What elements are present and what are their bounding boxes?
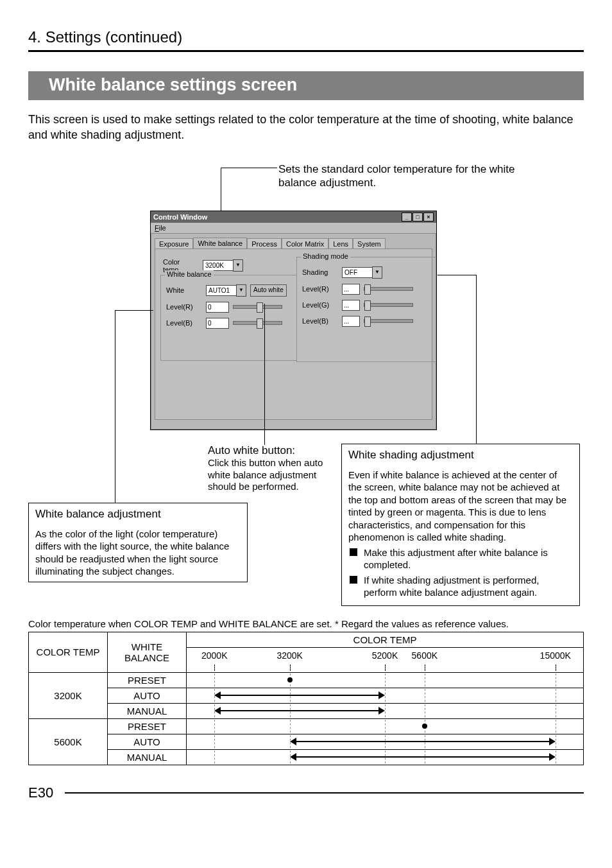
rail-5600-preset xyxy=(187,720,583,733)
dropdown-color-temp-value: 3200K xyxy=(203,260,234,271)
rail-5600-manual xyxy=(187,751,583,763)
intro-paragraph: This screen is used to make settings rel… xyxy=(28,112,584,143)
label-shading-level-r: Level(R) xyxy=(302,285,338,293)
chevron-down-icon[interactable]: ▼ xyxy=(233,259,243,272)
box-shading-body: Even if white balance is achieved at the… xyxy=(348,469,573,544)
window-title: Control Window xyxy=(153,213,207,221)
minimize-icon[interactable]: _ xyxy=(402,213,412,221)
tab-process[interactable]: Process xyxy=(247,238,282,249)
th-color-temp: COLOR TEMP xyxy=(29,632,108,672)
cell-wb: PRESET xyxy=(108,672,187,688)
footer-rule xyxy=(65,792,584,794)
section-banner: White balance settings screen xyxy=(28,71,584,100)
tab-color-matrix[interactable]: Color Matrix xyxy=(282,238,328,249)
dropdown-shading-value: OFF xyxy=(342,267,373,278)
input-shading-level-r[interactable]: ... xyxy=(342,284,360,295)
rail-3200-auto xyxy=(187,689,583,702)
cell-wb: MANUAL xyxy=(108,749,187,765)
tab-lens[interactable]: Lens xyxy=(328,238,353,249)
cell-wb: MANUAL xyxy=(108,703,187,718)
tab-system[interactable]: System xyxy=(353,238,386,249)
chevron-down-icon[interactable]: ▼ xyxy=(372,266,382,279)
fieldset-white-balance: White balance White AUTO1 ▼ Auto white L… xyxy=(160,275,297,361)
dropdown-white[interactable]: AUTO1 ▼ xyxy=(206,284,246,297)
callout-auto-white-title: Auto white button: xyxy=(208,444,343,457)
slider-level-r[interactable] xyxy=(233,305,282,309)
th-white-balance: WHITE BALANCE xyxy=(108,632,187,672)
cell-wb: PRESET xyxy=(108,718,187,734)
window-buttons[interactable]: _ □ × xyxy=(402,213,434,221)
heading-rule xyxy=(28,50,584,52)
tab-white-balance[interactable]: White balance xyxy=(193,238,247,248)
dropdown-shading[interactable]: OFF ▼ xyxy=(342,266,382,279)
input-level-r[interactable]: 0 xyxy=(206,302,229,313)
window-titlebar: Control Window _ □ × xyxy=(151,211,436,223)
cell-ct-3200: 3200K xyxy=(29,672,108,718)
legend-shading-mode: Shading mode xyxy=(301,252,350,260)
input-shading-level-g[interactable]: ... xyxy=(342,300,360,311)
color-temp-axis: 2000K 3200K 5200K 5600K 15000K xyxy=(187,648,583,672)
box-white-shading-adjustment: White shading adjustment Even if white b… xyxy=(341,444,580,606)
dropdown-white-value: AUTO1 xyxy=(206,285,237,296)
slider-shading-level-r[interactable] xyxy=(364,287,413,291)
tick-label: 3200K xyxy=(276,650,302,661)
page-number: E30 xyxy=(28,785,53,801)
slider-level-b[interactable] xyxy=(233,321,282,325)
box-wb-title: White balance adjustment xyxy=(35,507,241,521)
callout-color-temp-text: Sets the standard color temperature for … xyxy=(278,163,515,189)
tab-strip: Exposure White balance Process Color Mat… xyxy=(155,238,432,248)
diagram-area: Sets the standard color temperature for … xyxy=(28,162,584,599)
tick-label: 2000K xyxy=(201,650,227,661)
label-level-b: Level(B) xyxy=(166,319,202,327)
page-footer: E30 xyxy=(28,785,584,801)
tick-label: 15000K xyxy=(540,650,571,661)
tab-panel: Color temp. 3200K ▼ White balance White … xyxy=(155,248,432,420)
menu-bar[interactable]: FFileile xyxy=(151,223,436,234)
fieldset-shading-mode: Shading mode Shading OFF ▼ Level(R) ... … xyxy=(296,257,436,362)
page-heading: 4. Settings (continued) xyxy=(28,28,584,46)
box-shading-bullets: Make this adjustment after white balance… xyxy=(348,546,573,599)
input-shading-level-b[interactable]: ... xyxy=(342,316,360,327)
auto-white-button[interactable]: Auto white xyxy=(250,284,287,297)
maximize-icon[interactable]: □ xyxy=(412,213,423,221)
callout-auto-white-body: Click this button when auto white balanc… xyxy=(208,457,343,493)
th-color-temp-axis: COLOR TEMP xyxy=(187,632,584,647)
label-shading-level-g: Level(G) xyxy=(302,301,338,309)
tab-exposure[interactable]: Exposure xyxy=(155,238,193,249)
control-window: Control Window _ □ × FFileile Exposure W… xyxy=(150,211,437,430)
tick-label: 5600K xyxy=(412,650,438,661)
menu-file[interactable]: FFileile xyxy=(155,224,166,232)
table-note: Color temperature when COLOR TEMP and WH… xyxy=(28,618,584,629)
box-shading-bullet: If white shading adjustment is performed… xyxy=(348,574,573,599)
label-white: White xyxy=(166,286,202,294)
cell-wb: AUTO xyxy=(108,734,187,749)
box-shading-bullet: Make this adjustment after white balance… xyxy=(348,546,573,571)
slider-shading-level-g[interactable] xyxy=(364,303,413,307)
callout-auto-white: Auto white button: Click this button whe… xyxy=(208,444,343,494)
rail-3200-manual xyxy=(187,704,583,717)
rail-3200-preset xyxy=(187,673,583,686)
callout-color-temp: Sets the standard color temperature for … xyxy=(278,162,535,190)
close-icon[interactable]: × xyxy=(423,213,434,221)
box-wb-body: As the color of the light (color tempera… xyxy=(35,528,241,578)
box-white-balance-adjustment: White balance adjustment As the color of… xyxy=(28,503,248,582)
chevron-down-icon[interactable]: ▼ xyxy=(236,284,246,297)
color-temp-table: COLOR TEMP WHITE BALANCE COLOR TEMP 2000… xyxy=(28,632,584,765)
cell-wb: AUTO xyxy=(108,688,187,703)
cell-ct-5600: 5600K xyxy=(29,718,108,765)
tick-label: 5200K xyxy=(372,650,398,661)
input-level-b[interactable]: 0 xyxy=(206,318,229,329)
label-level-r: Level(R) xyxy=(166,303,202,311)
label-shading-level-b: Level(B) xyxy=(302,317,338,325)
label-shading: Shading xyxy=(302,268,338,276)
legend-white-balance: White balance xyxy=(165,270,214,278)
rail-5600-auto xyxy=(187,735,583,748)
slider-shading-level-b[interactable] xyxy=(364,319,413,323)
box-shading-title: White shading adjustment xyxy=(348,448,573,462)
